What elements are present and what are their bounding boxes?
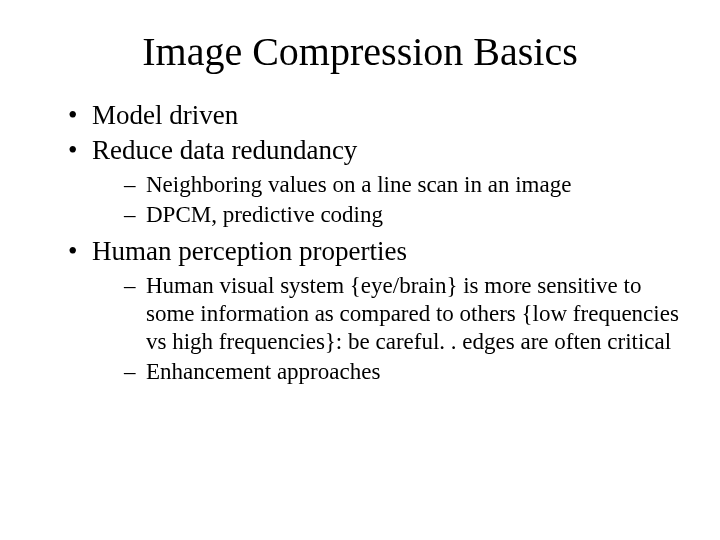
sub-bullet-text: DPCM, predictive coding <box>146 202 383 227</box>
sub-list: Human visual system {eye/brain} is more … <box>124 272 680 386</box>
sub-bullet-text: Human visual system {eye/brain} is more … <box>146 273 679 354</box>
bullet-text: Model driven <box>92 100 238 130</box>
sub-bullet-item: Enhancement approaches <box>124 358 680 386</box>
sub-bullet-item: DPCM, predictive coding <box>124 201 680 229</box>
bullet-list: Model driven Reduce data redundancy Neig… <box>68 99 680 386</box>
sub-bullet-item: Human visual system {eye/brain} is more … <box>124 272 680 356</box>
bullet-text: Reduce data redundancy <box>92 135 357 165</box>
bullet-item: Human perception properties Human visual… <box>68 235 680 386</box>
sub-bullet-text: Neighboring values on a line scan in an … <box>146 172 571 197</box>
bullet-item: Reduce data redundancy Neighboring value… <box>68 134 680 229</box>
slide: Image Compression Basics Model driven Re… <box>0 0 720 540</box>
sub-bullet-text: Enhancement approaches <box>146 359 380 384</box>
slide-title: Image Compression Basics <box>40 28 680 75</box>
bullet-text: Human perception properties <box>92 236 407 266</box>
sub-list: Neighboring values on a line scan in an … <box>124 171 680 229</box>
sub-bullet-item: Neighboring values on a line scan in an … <box>124 171 680 199</box>
bullet-item: Model driven <box>68 99 680 132</box>
